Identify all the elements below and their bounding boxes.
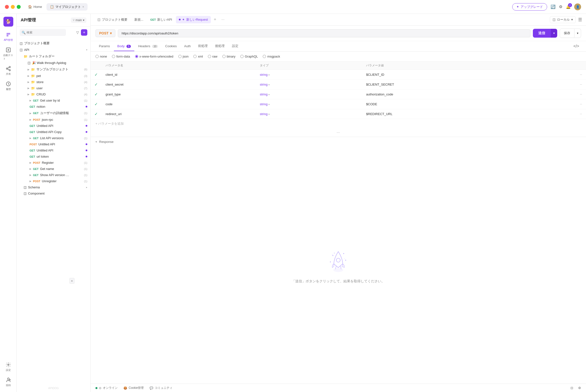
tab-home[interactable]: 🏠 Home <box>25 4 46 10</box>
row-remove-0[interactable]: − <box>580 72 582 77</box>
radio-json[interactable]: json <box>178 54 189 58</box>
upgrade-button[interactable]: ✦ アップグレード <box>512 3 547 10</box>
send-dropdown-button[interactable]: ▾ <box>550 29 557 38</box>
tree-crud[interactable]: ▶ 📁 CRUD (4) <box>17 91 90 98</box>
row-check-0[interactable]: ✓ <box>95 72 98 77</box>
tree-untitled-api-copy[interactable]: GET Untitled API Copy <box>17 129 90 135</box>
tree-notion[interactable]: GET notion <box>17 104 90 110</box>
filter-button[interactable]: ▽ <box>76 30 79 34</box>
code-button[interactable]: </> <box>571 42 581 50</box>
radio-xml[interactable]: xml <box>193 54 203 58</box>
row-check-2[interactable]: ✓ <box>95 92 98 96</box>
tree-get-user-by-id[interactable]: ▶ GET Get user by id (1) <box>17 98 90 104</box>
row-check-1[interactable]: ✓ <box>95 82 98 86</box>
sidebar-item-api[interactable]: API管理 <box>1 30 16 44</box>
radio-raw[interactable]: raw <box>208 54 218 58</box>
radio-binary-input[interactable] <box>222 55 226 58</box>
close-traffic-light[interactable] <box>5 5 9 9</box>
save-dropdown-button[interactable]: ▾ <box>574 28 581 38</box>
row-type-1[interactable]: string <box>260 83 268 86</box>
radio-msgpack-input[interactable] <box>263 55 266 58</box>
row-check-3[interactable]: ✓ <box>95 102 98 106</box>
radio-form-data-input[interactable] <box>112 55 115 58</box>
minimize-traffic-light[interactable] <box>11 5 15 9</box>
status-cookie[interactable]: 🍪 Cookie管理 <box>124 386 144 390</box>
row-remove-2[interactable]: − <box>580 92 582 97</box>
maximize-traffic-light[interactable] <box>17 5 21 9</box>
tab-postprocess[interactable]: 後処理 <box>212 41 228 52</box>
tree-list-api[interactable]: ▶ GET List API versions (1) <box>17 135 90 141</box>
row-remove-3[interactable]: − <box>580 102 582 106</box>
nav-search-input[interactable] <box>20 29 66 36</box>
save-button[interactable]: 保存 <box>560 28 574 38</box>
sidebar-item-invite[interactable]: 招待 <box>1 375 16 389</box>
row-check-4[interactable]: ✓ <box>95 112 98 116</box>
radio-x-www[interactable]: x-www-form-urlencoded <box>135 54 173 58</box>
tree-component[interactable]: ◫ Component <box>17 190 90 196</box>
top-menu-button[interactable]: ☰ <box>578 17 582 22</box>
sidebar-collapse-button[interactable]: « <box>69 278 75 284</box>
tab-project[interactable]: 📋 マイプロジェクト × <box>47 3 88 10</box>
notifications-button[interactable]: 🔔 2 <box>566 4 571 9</box>
tree-root-folder[interactable]: 📁 ルートフォルダー <box>17 53 90 60</box>
row-type-4[interactable]: string <box>260 112 268 116</box>
row-remove-4[interactable]: − <box>580 112 582 116</box>
tree-pet[interactable]: ▶ 📁 pet (3) <box>17 73 90 79</box>
tab-add-button[interactable]: + <box>212 16 218 23</box>
tab-get-new-api[interactable]: GET 新しいAPI <box>147 16 175 23</box>
tree-user-detail[interactable]: ▶ GET ユーザーの詳細情報 (1) <box>17 110 90 116</box>
send-button[interactable]: 送信 <box>533 29 550 38</box>
radio-graphql-input[interactable] <box>240 55 244 58</box>
sidebar-item-history[interactable]: 履歴 <box>1 79 16 93</box>
radio-none[interactable]: none <box>96 54 107 58</box>
tree-sample-project[interactable]: ▶ 📁 サンプルプロジェクト (6) <box>17 66 90 73</box>
tree-post-untitled[interactable]: POST Untitled API <box>17 141 90 147</box>
tab-cookies[interactable]: Cookies <box>162 42 180 51</box>
tab-new-request[interactable]: ✦ 新しいRequest <box>176 16 211 23</box>
tree-user[interactable]: ▶ 📁 user (7) <box>17 85 90 91</box>
settings2-button[interactable]: ⚙ <box>578 386 581 390</box>
tree-register[interactable]: ▶ POST Register (1) <box>17 160 90 166</box>
url-input[interactable] <box>118 29 530 38</box>
radio-json-input[interactable] <box>178 55 182 58</box>
refresh-button[interactable]: 🔄 <box>550 4 555 9</box>
tab-body[interactable]: Body 5 <box>114 42 134 51</box>
tab-settings[interactable]: 設定 <box>229 41 242 52</box>
tab-auth[interactable]: Auth <box>181 42 194 51</box>
tree-get-name[interactable]: ▶ GET Get name (1) <box>17 166 90 172</box>
tree-untitled-api[interactable]: GET Untitled API <box>17 123 90 129</box>
tree-project-overview[interactable]: ◫ プロジェクト概要 <box>17 40 90 47</box>
tab-project-overview[interactable]: ◫ プロジェクト概要 <box>95 16 130 23</box>
tree-unregister[interactable]: ▶ POST Unregister (1) <box>17 178 90 184</box>
radio-binary[interactable]: binary <box>222 54 235 58</box>
expand-button[interactable]: ⊡ <box>570 386 573 390</box>
row-type-0[interactable]: string <box>260 73 268 76</box>
tab-headers[interactable]: Headers 10 <box>135 42 161 51</box>
status-community[interactable]: 💬 コミュニティ <box>150 386 173 390</box>
tab-new-doc[interactable]: 新規... <box>131 16 146 23</box>
tab-more-button[interactable]: ··· <box>219 16 226 23</box>
settings-button[interactable]: ⚙ <box>559 4 562 9</box>
row-type-2[interactable]: string <box>260 92 268 96</box>
tree-api-section[interactable]: ◫ API ▾ <box>17 47 90 53</box>
method-selector[interactable]: POST ▾ <box>96 29 115 37</box>
radio-x-www-input[interactable] <box>135 55 138 58</box>
tab-params[interactable]: Params <box>96 42 113 51</box>
branch-selector[interactable]: ⑂ main ▾ <box>71 18 86 23</box>
radio-form-data[interactable]: form-data <box>112 54 130 58</box>
radio-raw-input[interactable] <box>208 55 211 58</box>
add-api-button[interactable]: + <box>81 29 87 36</box>
local-button[interactable]: ◫ ローカル ▾ <box>550 16 576 23</box>
sidebar-item-settings[interactable]: 設定 <box>1 360 16 374</box>
tree-json-rpc[interactable]: ▶ POST json-rpc (1) <box>17 116 90 123</box>
add-param-button[interactable]: + パラメータを追加 <box>96 122 124 126</box>
tree-store[interactable]: ▶ 📁 store (4) <box>17 79 90 85</box>
response-header[interactable]: ▾ Response <box>91 137 586 146</box>
radio-msgpack[interactable]: msgpack <box>263 54 280 58</box>
status-online[interactable]: ⊙ オンライン <box>96 386 118 390</box>
row-remove-1[interactable]: − <box>580 82 582 87</box>
row-type-3[interactable]: string <box>260 102 268 106</box>
radio-graphql[interactable]: GraphQL <box>240 54 258 58</box>
tree-schema[interactable]: ◫ Schema ▸ <box>17 184 90 190</box>
radio-xml-input[interactable] <box>193 55 197 58</box>
